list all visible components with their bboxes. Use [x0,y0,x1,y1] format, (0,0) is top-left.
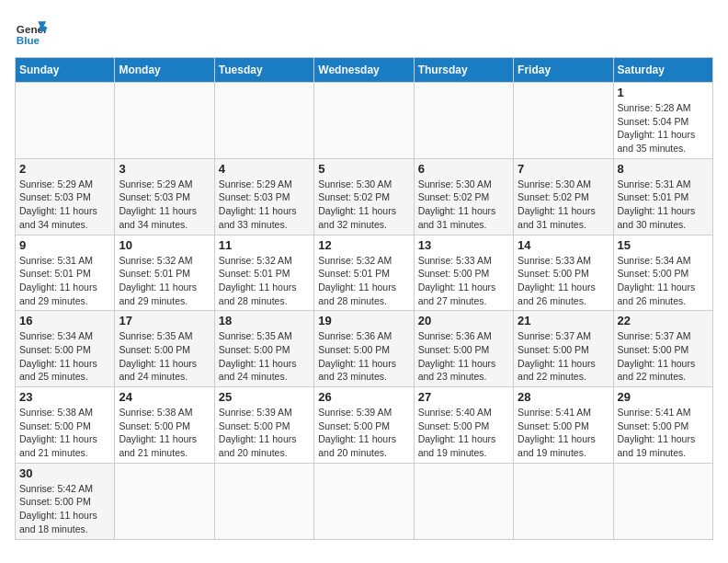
calendar-cell [214,83,313,159]
day-number: 13 [418,238,509,252]
day-number: 19 [318,314,409,327]
day-info: Sunrise: 5:32 AM Sunset: 5:01 PM Dayligh… [119,254,210,308]
day-info: Sunrise: 5:42 AM Sunset: 5:00 PM Dayligh… [19,482,110,536]
day-info: Sunrise: 5:37 AM Sunset: 5:00 PM Dayligh… [518,329,609,384]
calendar-week-row: 23Sunrise: 5:38 AM Sunset: 5:00 PM Dayli… [16,387,713,464]
day-number: 28 [518,390,609,404]
day-number: 17 [119,314,210,327]
calendar-week-row: 16Sunrise: 5:34 AM Sunset: 5:00 PM Dayli… [16,311,713,387]
calendar-cell: 28Sunrise: 5:41 AM Sunset: 5:00 PM Dayli… [514,387,613,464]
day-info: Sunrise: 5:31 AM Sunset: 5:01 PM Dayligh… [618,178,709,232]
column-header-friday: Friday [514,58,613,83]
calendar-cell: 9Sunrise: 5:31 AM Sunset: 5:01 PM Daylig… [16,235,115,311]
calendar-week-row: 1Sunrise: 5:28 AM Sunset: 5:04 PM Daylig… [16,83,713,159]
svg-marker-3 [40,27,46,31]
day-info: Sunrise: 5:40 AM Sunset: 5:00 PM Dayligh… [418,406,509,460]
day-info: Sunrise: 5:38 AM Sunset: 5:00 PM Dayligh… [19,406,110,460]
day-number: 20 [418,314,509,327]
logo-icon: General Blue [15,15,48,48]
calendar-cell [115,463,214,539]
day-number: 1 [618,86,709,99]
calendar-cell [414,83,513,159]
calendar-cell: 26Sunrise: 5:39 AM Sunset: 5:00 PM Dayli… [314,387,414,464]
calendar-cell: 5Sunrise: 5:30 AM Sunset: 5:02 PM Daylig… [314,158,414,235]
column-header-monday: Monday [115,58,214,83]
day-info: Sunrise: 5:35 AM Sunset: 5:00 PM Dayligh… [119,329,210,384]
calendar-cell: 23Sunrise: 5:38 AM Sunset: 5:00 PM Dayli… [16,387,115,464]
calendar-cell: 21Sunrise: 5:37 AM Sunset: 5:00 PM Dayli… [514,311,613,387]
day-number: 26 [318,390,409,404]
calendar-header-row: SundayMondayTuesdayWednesdayThursdayFrid… [16,58,713,83]
day-number: 24 [119,390,210,404]
day-info: Sunrise: 5:28 AM Sunset: 5:04 PM Dayligh… [618,101,709,155]
calendar-cell: 24Sunrise: 5:38 AM Sunset: 5:00 PM Dayli… [115,387,214,464]
calendar-cell: 10Sunrise: 5:32 AM Sunset: 5:01 PM Dayli… [115,235,214,311]
calendar-cell [314,83,414,159]
day-info: Sunrise: 5:29 AM Sunset: 5:03 PM Dayligh… [119,178,210,232]
day-info: Sunrise: 5:41 AM Sunset: 5:00 PM Dayligh… [518,406,609,460]
day-info: Sunrise: 5:39 AM Sunset: 5:00 PM Dayligh… [318,406,409,460]
calendar-cell: 8Sunrise: 5:31 AM Sunset: 5:01 PM Daylig… [613,158,712,235]
svg-text:Blue: Blue [17,34,40,46]
calendar-cell [16,83,115,159]
day-info: Sunrise: 5:34 AM Sunset: 5:00 PM Dayligh… [618,254,709,308]
day-number: 27 [418,390,509,404]
day-info: Sunrise: 5:39 AM Sunset: 5:00 PM Dayligh… [219,406,310,460]
day-number: 15 [618,238,709,252]
calendar-cell: 4Sunrise: 5:29 AM Sunset: 5:03 PM Daylig… [214,158,313,235]
calendar-cell: 3Sunrise: 5:29 AM Sunset: 5:03 PM Daylig… [115,158,214,235]
day-number: 9 [19,238,110,252]
day-info: Sunrise: 5:38 AM Sunset: 5:00 PM Dayligh… [119,406,210,460]
calendar-cell [115,83,214,159]
calendar-cell: 20Sunrise: 5:36 AM Sunset: 5:00 PM Dayli… [414,311,513,387]
day-info: Sunrise: 5:33 AM Sunset: 5:00 PM Dayligh… [418,254,509,308]
calendar-cell [514,463,613,539]
day-number: 4 [219,162,310,176]
day-info: Sunrise: 5:29 AM Sunset: 5:03 PM Dayligh… [19,178,110,232]
day-info: Sunrise: 5:30 AM Sunset: 5:02 PM Dayligh… [518,178,609,232]
calendar-cell: 29Sunrise: 5:41 AM Sunset: 5:00 PM Dayli… [613,387,712,464]
day-number: 5 [318,162,409,176]
day-number: 21 [518,314,609,327]
page-header: General Blue [15,15,713,48]
calendar-table: SundayMondayTuesdayWednesdayThursdayFrid… [15,57,713,540]
day-number: 22 [618,314,709,327]
day-info: Sunrise: 5:32 AM Sunset: 5:01 PM Dayligh… [219,254,310,308]
calendar-cell: 15Sunrise: 5:34 AM Sunset: 5:00 PM Dayli… [613,235,712,311]
day-number: 30 [19,466,110,480]
day-number: 10 [119,238,210,252]
day-number: 18 [219,314,310,327]
calendar-cell: 7Sunrise: 5:30 AM Sunset: 5:02 PM Daylig… [514,158,613,235]
calendar-cell: 11Sunrise: 5:32 AM Sunset: 5:01 PM Dayli… [214,235,313,311]
calendar-week-row: 9Sunrise: 5:31 AM Sunset: 5:01 PM Daylig… [16,235,713,311]
logo: General Blue [15,15,48,48]
calendar-cell: 17Sunrise: 5:35 AM Sunset: 5:00 PM Dayli… [115,311,214,387]
calendar-cell [613,463,712,539]
day-number: 11 [219,238,310,252]
day-number: 6 [418,162,509,176]
calendar-cell: 6Sunrise: 5:30 AM Sunset: 5:02 PM Daylig… [414,158,513,235]
day-number: 25 [219,390,310,404]
day-info: Sunrise: 5:35 AM Sunset: 5:00 PM Dayligh… [219,329,310,384]
calendar-cell: 27Sunrise: 5:40 AM Sunset: 5:00 PM Dayli… [414,387,513,464]
day-info: Sunrise: 5:34 AM Sunset: 5:00 PM Dayligh… [19,329,110,384]
calendar-cell [514,83,613,159]
day-info: Sunrise: 5:37 AM Sunset: 5:00 PM Dayligh… [618,329,709,384]
calendar-cell: 25Sunrise: 5:39 AM Sunset: 5:00 PM Dayli… [214,387,313,464]
calendar-cell: 1Sunrise: 5:28 AM Sunset: 5:04 PM Daylig… [613,83,712,159]
day-info: Sunrise: 5:41 AM Sunset: 5:00 PM Dayligh… [618,406,709,460]
day-info: Sunrise: 5:30 AM Sunset: 5:02 PM Dayligh… [318,178,409,232]
day-info: Sunrise: 5:36 AM Sunset: 5:00 PM Dayligh… [318,329,409,384]
day-number: 3 [119,162,210,176]
calendar-cell: 14Sunrise: 5:33 AM Sunset: 5:00 PM Dayli… [514,235,613,311]
calendar-cell: 19Sunrise: 5:36 AM Sunset: 5:00 PM Dayli… [314,311,414,387]
column-header-sunday: Sunday [16,58,115,83]
calendar-cell: 18Sunrise: 5:35 AM Sunset: 5:00 PM Dayli… [214,311,313,387]
calendar-cell: 13Sunrise: 5:33 AM Sunset: 5:00 PM Dayli… [414,235,513,311]
day-info: Sunrise: 5:29 AM Sunset: 5:03 PM Dayligh… [219,178,310,232]
calendar-cell [414,463,513,539]
column-header-wednesday: Wednesday [314,58,414,83]
calendar-week-row: 30Sunrise: 5:42 AM Sunset: 5:00 PM Dayli… [16,463,713,539]
calendar-cell [314,463,414,539]
calendar-cell: 16Sunrise: 5:34 AM Sunset: 5:00 PM Dayli… [16,311,115,387]
